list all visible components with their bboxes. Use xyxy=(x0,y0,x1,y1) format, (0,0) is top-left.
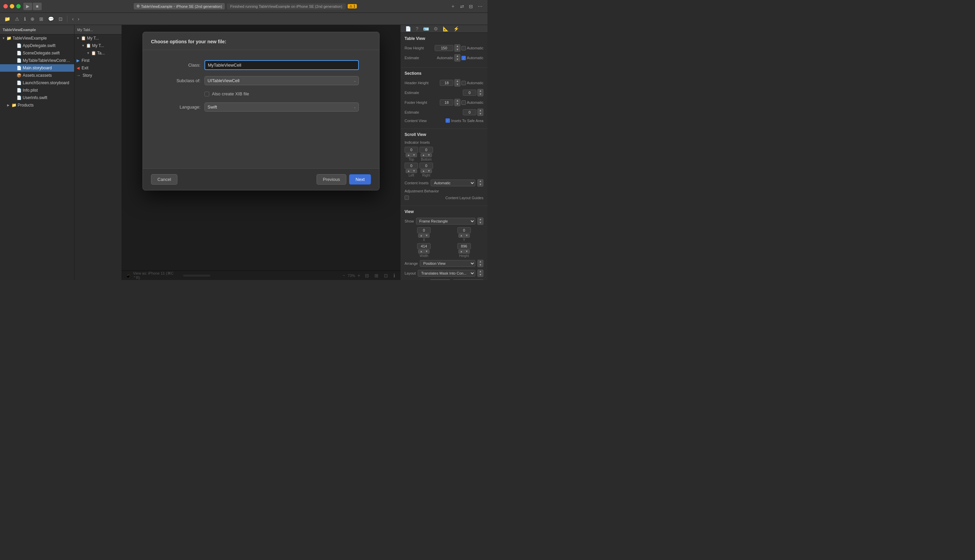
height-input[interactable] xyxy=(457,243,471,249)
layout-select[interactable]: Translates Mask Into Con... xyxy=(418,270,475,277)
stepper-down[interactable]: ▼ xyxy=(426,169,431,173)
left-input[interactable] xyxy=(405,163,418,169)
header-height-input[interactable] xyxy=(440,80,453,86)
more-button[interactable]: ⋯ xyxy=(476,3,484,10)
nav-forward[interactable]: › xyxy=(76,15,82,23)
stepper-up[interactable]: ▲ xyxy=(421,169,426,173)
tree-item-tableviewexample[interactable]: ▼ 📁 TableViewExample xyxy=(0,35,74,42)
fullscreen-button[interactable] xyxy=(16,4,21,8)
stepper-down[interactable]: ▼ xyxy=(478,112,483,116)
xib-checkbox[interactable] xyxy=(204,92,209,97)
folder-icon[interactable]: 📁 xyxy=(3,15,12,23)
top-input[interactable] xyxy=(405,147,418,153)
tree-item-scenedelegate[interactable]: 📄 SceneDelegate.swift xyxy=(0,49,74,57)
inspector-tab-size[interactable]: 📐 xyxy=(441,25,451,32)
content-insets-select[interactable]: Automatic xyxy=(431,180,475,186)
x-input[interactable] xyxy=(417,227,431,233)
back-forward-button[interactable]: ⇄ xyxy=(458,3,466,10)
subclass-select[interactable]: UITableViewCell xyxy=(204,76,359,85)
right-input[interactable] xyxy=(420,163,433,169)
inspector-tab-connections[interactable]: ⚡ xyxy=(451,25,461,32)
run-button[interactable]: ▶ xyxy=(23,3,32,10)
stepper-down[interactable]: ▼ xyxy=(478,273,483,277)
stepper-down[interactable]: ▼ xyxy=(478,183,483,186)
tree-item-mytableviewcontroller[interactable]: 📄 MyTableTableViewController.swift xyxy=(0,57,74,64)
stepper-down[interactable]: ▼ xyxy=(455,102,460,106)
stepper-down[interactable]: ▼ xyxy=(424,250,429,253)
previous-button[interactable]: Previous xyxy=(316,174,347,185)
footer-estimate-input[interactable] xyxy=(463,109,476,115)
grid2-icon[interactable]: ⊡ xyxy=(57,15,64,23)
stepper-down[interactable]: ▼ xyxy=(455,58,460,61)
add-button[interactable]: ＋ xyxy=(449,3,457,10)
grid-icon[interactable]: ⊞ xyxy=(38,15,45,23)
tree-item-products[interactable]: ▶ 📁 Products xyxy=(0,102,74,109)
inspector-tab-identity[interactable]: 🪪 xyxy=(421,25,431,32)
nav-item-story[interactable]: → Story xyxy=(74,72,122,79)
row-height-auto-checkbox[interactable] xyxy=(462,46,466,50)
stepper-up[interactable]: ▲ xyxy=(455,45,460,48)
content-layout-checkbox[interactable] xyxy=(405,195,409,200)
arrange-select[interactable]: Position View xyxy=(420,260,475,267)
stepper-down[interactable]: ▼ xyxy=(411,153,417,157)
stepper-up[interactable]: ▲ xyxy=(459,234,464,237)
tree-item-userinfo[interactable]: 📄 UserInfo.swift xyxy=(0,94,74,102)
y-input[interactable] xyxy=(457,227,471,233)
footer-height-input[interactable] xyxy=(440,99,453,105)
warning-icon[interactable]: ⚠ xyxy=(13,15,21,23)
warning-badge[interactable]: ⚠ 1 xyxy=(348,4,357,8)
footer-auto-checkbox[interactable] xyxy=(462,100,466,105)
nav-back[interactable]: ‹ xyxy=(70,15,76,23)
stepper-down[interactable]: ▼ xyxy=(424,234,429,237)
inspector-tab-quick-help[interactable]: ? xyxy=(414,25,420,32)
stepper-up[interactable]: ▲ xyxy=(478,218,483,221)
stepper-down[interactable]: ▼ xyxy=(478,221,483,225)
stepper-up[interactable]: ▲ xyxy=(421,153,426,157)
stepper-up[interactable]: ▲ xyxy=(406,169,411,173)
stepper-up[interactable]: ▲ xyxy=(418,250,424,253)
stepper-down[interactable]: ▼ xyxy=(455,83,460,86)
stepper-up[interactable]: ▲ xyxy=(418,234,424,237)
tree-item-infoplist[interactable]: 📄 Info.plist xyxy=(0,87,74,94)
tree-item-mainstoryboard[interactable]: 📄 Main.storyboard xyxy=(0,64,74,72)
stepper-down[interactable]: ▼ xyxy=(478,93,483,96)
stepper-up[interactable]: ▲ xyxy=(455,99,460,102)
stepper-up[interactable]: ▲ xyxy=(406,153,411,157)
stepper-up[interactable]: ▲ xyxy=(478,270,483,273)
tree-item-appdelegate[interactable]: 📄 AppDelegate.swift xyxy=(0,42,74,49)
stepper-down[interactable]: ▼ xyxy=(411,169,417,173)
nav-item-my-t[interactable]: ▼ 📋 My T... xyxy=(74,35,122,42)
header-auto-checkbox[interactable] xyxy=(462,81,466,85)
width-input[interactable] xyxy=(417,243,431,249)
next-button[interactable]: Next xyxy=(349,174,371,185)
nav-item-first[interactable]: ▶ First xyxy=(74,57,122,64)
stepper-up[interactable]: ▲ xyxy=(478,109,483,112)
stepper-up[interactable]: ▲ xyxy=(459,250,464,253)
stepper-up[interactable]: ▲ xyxy=(478,89,483,93)
info-icon[interactable]: ℹ xyxy=(22,15,27,23)
stepper-up[interactable]: ▲ xyxy=(455,80,460,83)
nav-item-my-t2[interactable]: ▼ 📋 My T... xyxy=(74,42,122,49)
stepper-down[interactable]: ▼ xyxy=(464,250,470,253)
layout-button[interactable]: ⊟ xyxy=(467,3,475,10)
inspector-tab-attributes[interactable]: ⚙ xyxy=(431,25,440,32)
nav-item-exit[interactable]: ◀ Exit xyxy=(74,64,122,72)
nav-item-ta[interactable]: ▼ 📋 Ta... xyxy=(74,49,122,57)
header-estimate-input[interactable] xyxy=(463,90,476,96)
class-input[interactable] xyxy=(204,60,359,70)
tree-item-launchscreen[interactable]: 📄 LaunchScreen.storyboard xyxy=(0,79,74,87)
cancel-button[interactable]: Cancel xyxy=(151,174,177,185)
stepper-up[interactable]: ▲ xyxy=(455,55,460,58)
scheme-selector[interactable]: ⚙ TableViewExample › iPhone SE (2nd gene… xyxy=(134,3,225,10)
show-select[interactable]: Frame Rectangle xyxy=(416,218,476,225)
language-select[interactable]: Swift xyxy=(204,102,359,112)
row-height-input[interactable] xyxy=(435,45,453,51)
stepper-down[interactable]: ▼ xyxy=(478,263,483,267)
minimize-button[interactable] xyxy=(10,4,14,8)
filter-icon[interactable]: ⊕ xyxy=(29,15,36,23)
stepper-up[interactable]: ▲ xyxy=(478,260,483,263)
inspector-tab-file[interactable]: 📄 xyxy=(403,25,413,32)
estimate-auto-checkbox[interactable]: ✓ xyxy=(462,56,466,60)
bottom-input[interactable] xyxy=(420,147,433,153)
tree-item-assets[interactable]: 📦 Assets.xcassets xyxy=(0,72,74,79)
